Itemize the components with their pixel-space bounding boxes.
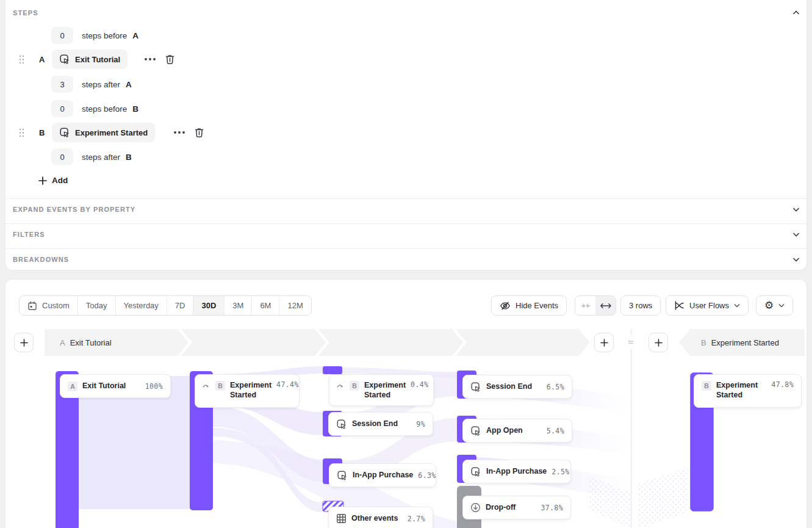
hide-events-button[interactable]: Hide Events — [491, 295, 567, 316]
chevron-down-icon[interactable] — [792, 257, 800, 262]
user-flows-page: STEPS 0 steps beforeA A Exit Tutorial — [0, 0, 812, 528]
date-range-7d[interactable]: 7D — [167, 296, 193, 315]
node-label: In-App Purchase — [486, 466, 547, 476]
add-column-after-a-button[interactable] — [594, 333, 614, 352]
node-label: Experiment Started — [230, 380, 271, 400]
node-badge: B — [702, 381, 711, 391]
calendar-icon — [27, 301, 37, 311]
chevron-down-icon[interactable] — [792, 232, 800, 237]
node-label: App Open — [486, 425, 542, 435]
steps-text: steps before — [82, 104, 127, 114]
flow-node-app-open[interactable]: App Open 5.4% — [462, 419, 572, 443]
drag-handle-icon[interactable] — [19, 55, 24, 64]
step-a-event-button[interactable]: Exit Tutorial — [52, 49, 128, 69]
node-percent: 100% — [145, 382, 163, 391]
eye-off-icon — [500, 301, 511, 311]
flow-node-drop-off[interactable]: Drop-off 37.8% — [462, 496, 571, 519]
query-builder-card: STEPS 0 steps beforeA A Exit Tutorial — [5, 0, 807, 270]
flow-node-experiment-started-b[interactable]: B Experiment Started 47.8% — [694, 374, 802, 408]
add-step-button[interactable]: Add — [38, 176, 68, 185]
stub-experiment-started[interactable] — [323, 366, 342, 374]
date-range-12m[interactable]: 12M — [279, 296, 311, 315]
chart-settings-dropdown[interactable]: ⚙ — [756, 295, 793, 316]
dotted-flow-right — [638, 468, 689, 528]
flow-node-exit-tutorial[interactable]: A Exit Tutorial 100% — [60, 374, 171, 398]
collapse-columns-button[interactable] — [575, 296, 595, 315]
node-label: Experiment Started — [716, 380, 766, 400]
node-percent: 6.3% — [418, 471, 436, 480]
chevron-down-icon[interactable] — [792, 207, 800, 212]
step-a-delete-icon[interactable] — [165, 54, 175, 65]
gear-icon: ⚙ — [764, 300, 774, 311]
node-percent: 47.4% — [276, 380, 299, 389]
divider — [5, 248, 807, 249]
flow-node-in-app-purchase-25[interactable]: In-App Purchase 2.5% — [462, 460, 571, 483]
view-type-dropdown[interactable]: User Flows — [666, 295, 749, 316]
column-header-bands — [5, 329, 808, 356]
column-b-letter: B — [701, 338, 706, 347]
event-icon — [470, 466, 481, 477]
flow-node-other-events[interactable]: Other events 2.7% — [328, 507, 433, 528]
event-icon — [336, 419, 347, 430]
date-range-custom[interactable]: Custom — [20, 296, 77, 315]
add-column-before-b-button[interactable] — [649, 333, 668, 352]
steps-before-a-input[interactable]: 0 — [51, 27, 73, 44]
flows-chart-card: Custom Today Yesterday 7D 30D 3M 6M 12M … — [5, 279, 807, 528]
date-range-today[interactable]: Today — [77, 296, 115, 315]
flow-node-session-end-9[interactable]: Session End 9% — [328, 412, 433, 436]
plus-icon — [655, 339, 663, 347]
node-percent: 47.8% — [771, 380, 794, 389]
step-a-more-options-icon[interactable] — [143, 56, 157, 62]
flow-node-experiment-started-04[interactable]: B Experiment Started 0.4% — [329, 374, 434, 406]
flow-node-session-end-65[interactable]: Session End 6.5% — [462, 375, 572, 399]
date-range-3m[interactable]: 3M — [224, 296, 251, 315]
rows-count-button[interactable]: 3 rows — [620, 295, 661, 316]
step-ref: A — [126, 80, 132, 89]
repeat-arrow-icon — [337, 382, 345, 389]
event-icon — [59, 54, 70, 65]
date-range-yesterday[interactable]: Yesterday — [115, 296, 167, 315]
node-badge: B — [215, 381, 225, 391]
node-label: Experiment Started — [364, 380, 406, 400]
collapse-steps-icon[interactable] — [792, 10, 800, 15]
arrows-outward-icon — [600, 303, 611, 309]
event-icon — [59, 127, 70, 138]
node-label: Other events — [351, 513, 403, 523]
node-percent: 2.5% — [552, 468, 569, 476]
node-percent: 5.4% — [547, 427, 564, 435]
column-a-header[interactable]: A Exit Tutorial — [60, 329, 112, 356]
add-column-left-button[interactable] — [14, 333, 34, 352]
grid-icon — [336, 513, 347, 524]
dropoff-icon — [470, 502, 481, 513]
section-filters-title: FILTERS — [13, 231, 45, 238]
node-label: In-App Purchase — [353, 470, 413, 480]
view-type-label: User Flows — [689, 301, 729, 310]
flow-node-in-app-purchase-63[interactable]: In-App Purchase 6.3% — [329, 463, 436, 487]
event-icon — [337, 470, 348, 481]
step-ref: B — [126, 153, 132, 162]
step-b-more-options-icon[interactable] — [173, 129, 186, 136]
steps-after-a-input[interactable]: 3 — [51, 76, 73, 93]
step-b-event-button[interactable]: Experiment Started — [52, 123, 155, 142]
column-a-name: Exit Tutorial — [70, 338, 112, 347]
event-icon — [470, 382, 481, 392]
column-a-letter: A — [60, 338, 65, 347]
plus-icon — [600, 339, 608, 347]
steps-before-a-label: steps beforeA — [82, 31, 138, 40]
steps-before-b-input[interactable]: 0 — [51, 100, 73, 117]
step-b-delete-icon[interactable] — [194, 127, 204, 138]
user-flows-icon — [674, 300, 684, 311]
date-range-30d-selected[interactable]: 30D — [193, 296, 224, 315]
plus-icon — [38, 176, 47, 185]
column-b-header[interactable]: B Experiment Started — [701, 329, 779, 356]
node-percent: 2.7% — [408, 515, 425, 523]
date-range-6m[interactable]: 6M — [251, 296, 279, 315]
node-label: Session End — [486, 382, 542, 391]
step-ref: A — [132, 31, 138, 40]
steps-after-b-input[interactable]: 0 — [51, 148, 73, 165]
expand-columns-button[interactable] — [595, 296, 616, 315]
column-width-control — [575, 295, 616, 316]
step-ref: B — [132, 104, 138, 114]
drag-handle-icon[interactable] — [19, 128, 24, 137]
flow-node-experiment-started-47[interactable]: B Experiment Started 47.4% — [195, 374, 300, 408]
